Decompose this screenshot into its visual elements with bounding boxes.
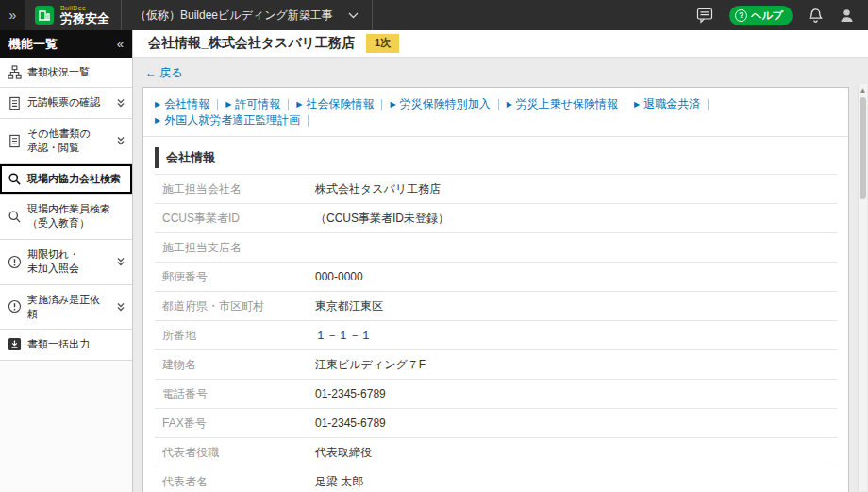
triangle-icon: ▶	[225, 101, 231, 109]
anchor-link-additional-insurance[interactable]: ▶ 労災上乗せ保険情報	[507, 96, 618, 112]
sidebar-item-document-status[interactable]: 書類状況一覧	[0, 58, 132, 88]
sidebar-collapse-button[interactable]: «	[117, 37, 124, 51]
triangle-icon: ▶	[296, 101, 302, 109]
row-label: 郵便番号	[155, 263, 308, 292]
row-label: 代表者名	[155, 467, 308, 492]
table-row: 建物名 江東ビルディング７F	[155, 350, 837, 380]
row-value: 000-0000	[308, 263, 837, 292]
brand-logo-icon	[35, 6, 54, 25]
chat-icon	[696, 8, 714, 24]
anchor-link-special-workers-comp[interactable]: ▶ 労災保険特別加入	[390, 96, 490, 112]
sidebar-item-label: 現場内協力会社検索	[27, 172, 121, 186]
row-value: 01-2345-6789	[308, 409, 837, 438]
sitemap-icon	[8, 65, 22, 79]
separator	[498, 99, 499, 110]
project-selector[interactable]: （仮称）Buildeeビルディング新築工事	[121, 0, 373, 30]
anchor-link-label: 労災上乗せ保険情報	[516, 96, 618, 112]
main-layout: 機能一覧 « 書類状況一覧 元請帳票の確認	[0, 30, 868, 492]
search-icon	[8, 172, 22, 186]
brand-text: BuilDee 労務安全	[60, 5, 109, 26]
topbar-actions: ? ヘルプ	[696, 0, 868, 30]
anchor-link-foreign-worker-plan[interactable]: ▶ 外国人就労者適正監理計画	[155, 112, 300, 128]
project-name-label: （仮称）Buildeeビルディング新築工事	[135, 8, 333, 24]
row-label: 都道府県・市区町村	[155, 292, 308, 321]
table-row: 施工担当会社名 株式会社タスバリ工務店	[155, 175, 837, 204]
sidebar-item-worker-search[interactable]: 現場内作業員検索 （受入教育）	[0, 195, 132, 240]
anchor-link-license-info[interactable]: ▶ 許可情報	[225, 96, 280, 112]
row-value: 東京都江東区	[308, 292, 837, 321]
bell-icon	[808, 8, 824, 24]
sidebar-item-other-documents[interactable]: その他書類の 承認・閲覧	[0, 119, 132, 164]
search-icon	[8, 210, 22, 224]
alert-icon	[8, 299, 22, 314]
row-value	[308, 233, 837, 263]
table-row: 施工担当支店名	[155, 233, 837, 263]
top-bar: » BuilDee 労務安全 （仮称）Buildeeビルディング新築工事 ? ヘ…	[0, 0, 868, 30]
double-chevron-right-icon: »	[9, 8, 17, 23]
section-title-company-info: 会社情報	[155, 147, 837, 168]
document-icon	[8, 96, 22, 110]
table-row: 代表者名 足梁 太郎	[155, 467, 837, 492]
row-label: CCUS事業者ID	[155, 204, 308, 233]
sidebar-item-corrective-requests[interactable]: 実施済み是正依頼	[0, 285, 132, 331]
sidebar-header: 機能一覧 «	[0, 30, 132, 58]
sidebar-item-label: 実施済み是正依頼	[27, 293, 110, 322]
anchor-link-label: 許可情報	[235, 96, 280, 112]
separator	[288, 99, 289, 110]
help-label: ヘルプ	[751, 8, 783, 23]
row-label: FAX番号	[155, 409, 308, 438]
table-row: FAX番号 01-2345-6789	[155, 409, 837, 438]
anchor-link-label: 会社情報	[164, 96, 209, 112]
anchor-nav: ▶ 会社情報 ▶ 許可情報 ▶ 社会保険情報 ▶	[143, 88, 848, 137]
notifications-button[interactable]	[808, 8, 824, 24]
sidebar-item-label: 書類状況一覧	[27, 65, 90, 79]
vertical-scrollbar[interactable]: ▲	[858, 84, 867, 491]
scrollbar-thumb[interactable]	[860, 97, 866, 199]
help-button[interactable]: ? ヘルプ	[729, 6, 793, 25]
messages-button[interactable]	[696, 8, 714, 24]
table-row: CCUS事業者ID （CCUS事業者ID未登録）	[155, 204, 837, 233]
double-chevron-down-icon	[116, 136, 127, 145]
anchor-link-company-info[interactable]: ▶ 会社情報	[155, 96, 209, 112]
row-label: 電話番号	[155, 380, 308, 409]
page-header: 会社情報_株式会社タスバリ工務店 1次	[133, 30, 868, 58]
triangle-icon: ▶	[155, 101, 160, 109]
anchor-link-label: 外国人就労者適正監理計画	[164, 112, 300, 128]
sidebar-item-contractor-forms[interactable]: 元請帳票の確認	[0, 88, 132, 118]
anchor-link-label: 退職金共済	[643, 96, 700, 112]
back-link[interactable]: ← 戻る	[145, 65, 183, 81]
sidebar-item-label: 書類一括出力	[27, 337, 90, 351]
table-row: 所番地 １－１－１	[155, 321, 837, 350]
anchor-link-social-insurance[interactable]: ▶ 社会保険情報	[296, 96, 374, 112]
sidebar-item-label: 期限切れ・ 未加入照会	[27, 247, 79, 277]
download-icon	[8, 337, 22, 351]
separator	[626, 99, 626, 110]
sidebar: 機能一覧 « 書類状況一覧 元請帳票の確認	[0, 30, 133, 492]
sidebar-item-bulk-export[interactable]: 書類一括出力	[0, 330, 132, 360]
company-info-card: ▶ 会社情報 ▶ 許可情報 ▶ 社会保険情報 ▶	[142, 87, 849, 492]
separator	[217, 99, 218, 110]
topbar-collapse-button[interactable]: »	[0, 0, 25, 30]
row-value: 代表取締役	[308, 438, 837, 467]
row-value: 足梁 太郎	[308, 467, 837, 492]
anchor-link-retirement-fund[interactable]: ▶ 退職金共済	[634, 96, 700, 112]
alert-icon	[8, 255, 22, 269]
sidebar-item-partner-company-search[interactable]: 現場内協力会社検索	[0, 164, 132, 195]
chevron-down-icon	[348, 12, 359, 19]
question-icon: ?	[735, 9, 747, 22]
table-row: 代表者役職 代表取締役	[155, 438, 837, 467]
row-label: 所番地	[155, 321, 308, 350]
triangle-icon: ▶	[634, 101, 640, 109]
sidebar-item-label: その他書類の 承認・閲覧	[27, 127, 91, 156]
user-icon	[839, 8, 855, 24]
table-row: 郵便番号 000-0000	[155, 263, 837, 292]
sidebar-item-expired-inquiry[interactable]: 期限切れ・ 未加入照会	[0, 240, 132, 285]
scroll-up-icon[interactable]: ▲	[859, 84, 867, 95]
anchor-link-label: 労災保険特別加入	[400, 96, 491, 112]
double-chevron-down-icon	[116, 98, 127, 108]
account-button[interactable]	[839, 8, 855, 24]
row-value: （CCUS事業者ID未登録）	[308, 204, 837, 233]
separator	[308, 115, 309, 127]
row-value: １－１－１	[308, 321, 837, 350]
row-value: 01-2345-6789	[308, 380, 837, 409]
